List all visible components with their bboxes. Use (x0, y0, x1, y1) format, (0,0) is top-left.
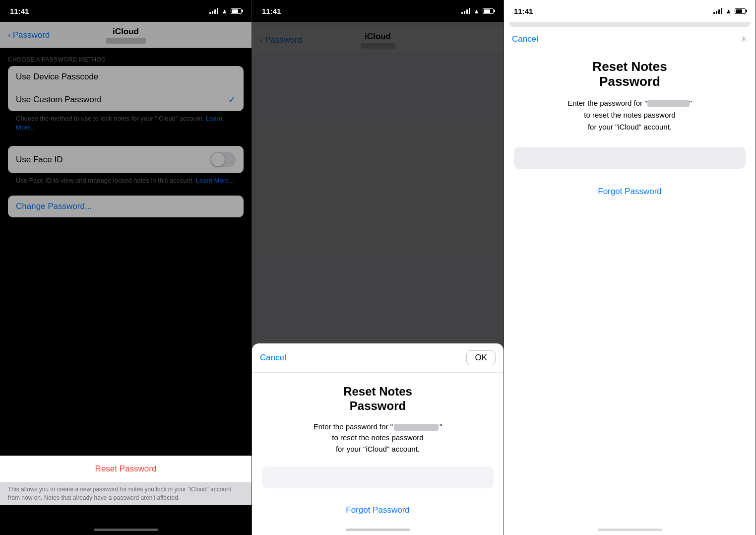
status-bar-1: 11:41 ▲ (0, 0, 252, 22)
forgot-password-2[interactable]: Forgot Password (252, 500, 504, 520)
spinner-icon: ✳ (740, 34, 748, 45)
learn-more-link-2[interactable]: Learn More... (196, 177, 234, 184)
time-1: 11:41 (10, 7, 29, 15)
face-id-toggle[interactable] (210, 152, 236, 167)
home-indicator-2 (346, 529, 410, 531)
section-label-1: CHOOSE A PASSWORD METHOD (0, 56, 252, 66)
reset-password-container: Reset Password This allows you to create… (0, 456, 252, 505)
battery-icon-1 (231, 8, 242, 14)
modal-header-2: Cancel OK (252, 343, 504, 373)
face-id-card: Use Face ID (8, 146, 244, 173)
signal-icon-1 (209, 8, 218, 14)
cancel-button-3[interactable]: Cancel (512, 34, 538, 44)
change-password-card: Change Password... (8, 196, 244, 217)
battery-icon-2 (483, 8, 494, 14)
reset-password-button[interactable]: Reset Password (0, 456, 252, 482)
modal-title-2: Reset NotesPassword (262, 385, 494, 413)
custom-password-check-icon: ✓ (228, 94, 236, 105)
face-id-note: Use Face ID to view and manage locked no… (0, 173, 252, 191)
change-password-row[interactable]: Change Password... (8, 196, 244, 217)
wifi-icon-2: ▲ (473, 7, 480, 15)
learn-more-link-1[interactable]: Learn More... (16, 115, 222, 131)
custom-password-row[interactable]: Use Custom Password ✓ (8, 88, 244, 111)
modal-title-3: Reset NotesPassword (514, 60, 746, 89)
device-passcode-row[interactable]: Use Device Passcode (8, 66, 244, 88)
phone3-screen: Cancel ✳ Reset NotesPassword Enter the p… (504, 22, 756, 535)
password-method-section: CHOOSE A PASSWORD METHOD Use Device Pass… (0, 56, 252, 138)
status-bar-2: 11:41 ▲ (252, 0, 504, 22)
cancel-button-2[interactable]: Cancel (260, 353, 286, 363)
time-2: 11:41 (262, 7, 281, 15)
back-label-1: Password (13, 30, 50, 40)
device-passcode-label: Use Device Passcode (16, 72, 98, 82)
nav-bar-1: ‹ Password iCloud (0, 22, 252, 48)
face-id-section: Use Face ID Use Face ID to view and mana… (0, 146, 252, 191)
reset-notes-modal-3: Cancel ✳ Reset NotesPassword Enter the p… (504, 27, 756, 201)
signal-icon-3 (713, 8, 722, 14)
ok-button-2[interactable]: OK (466, 350, 496, 365)
forgot-password-3[interactable]: Forgot Password (504, 183, 756, 201)
password-input-3[interactable] (514, 147, 746, 169)
change-password-section: Change Password... (0, 196, 252, 217)
home-indicator-3 (598, 529, 662, 531)
status-icons-2: ▲ (461, 7, 494, 15)
account-redacted-3 (647, 100, 690, 107)
password-method-card: Use Device Passcode Use Custom Password … (8, 66, 244, 111)
reset-notes-modal-2: Cancel OK Reset NotesPassword Enter the … (252, 343, 504, 535)
reset-note: This allows you to create a new password… (0, 482, 252, 505)
phone-2: 11:41 ▲ ‹ Password iCloud (252, 0, 504, 535)
status-icons-1: ▲ (209, 7, 242, 15)
wifi-icon-3: ▲ (725, 7, 732, 15)
back-chevron-icon: ‹ (8, 30, 11, 40)
time-3: 11:41 (514, 7, 533, 15)
icloud-account-redacted (106, 38, 146, 44)
change-password-label: Change Password... (16, 201, 92, 211)
home-indicator-1 (94, 529, 158, 531)
back-button-1[interactable]: ‹ Password (8, 30, 50, 40)
face-id-row[interactable]: Use Face ID (8, 146, 244, 173)
nav-title-1: iCloud (106, 27, 146, 37)
face-id-label: Use Face ID (16, 155, 63, 165)
modal-subtitle-2: Enter the password for "" to reset the n… (264, 421, 492, 455)
battery-icon-3 (735, 8, 746, 14)
status-bar-3: 11:41 ▲ (504, 0, 756, 22)
signal-icon-2 (461, 8, 470, 14)
wifi-icon-1: ▲ (221, 7, 228, 15)
top-strip (509, 22, 751, 27)
status-icons-3: ▲ (713, 7, 746, 15)
modal-header-3: Cancel ✳ (504, 27, 756, 52)
phone-3: 11:41 ▲ Cancel ✳ R (504, 0, 756, 535)
custom-password-label: Use Custom Password (16, 95, 102, 105)
password-method-note: Choose the method to use to lock notes f… (0, 111, 252, 138)
password-input-2[interactable] (262, 467, 494, 488)
modal-subtitle-3: Enter the password for "" to reset the n… (516, 97, 744, 133)
phone-1: 11:41 ▲ ‹ Password iCloud (0, 0, 252, 535)
account-redacted-2 (394, 424, 439, 431)
